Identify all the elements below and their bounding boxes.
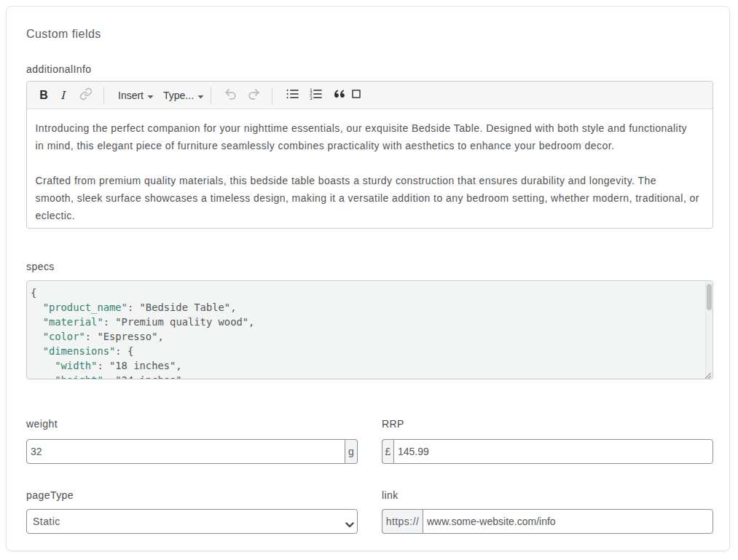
row-weight-rrp: weight g RRP £ xyxy=(26,417,713,464)
field-additional-info: additionalInfo B I Insert Type... xyxy=(26,62,710,229)
specs-scrollbar[interactable] xyxy=(705,282,712,379)
link-icon xyxy=(79,87,93,103)
rte-paragraph: Crafted from premium quality materials, … xyxy=(36,172,703,224)
link-button[interactable] xyxy=(78,86,94,105)
specs-scrollbar-thumb[interactable] xyxy=(707,284,712,310)
svg-text:3: 3 xyxy=(310,95,313,100)
resize-handle-icon[interactable] xyxy=(703,369,712,378)
additional-info-label: additionalInfo xyxy=(26,62,710,76)
blockquote-button[interactable] xyxy=(331,86,348,105)
specs-label: specs xyxy=(26,259,710,274)
undo-icon xyxy=(224,87,238,103)
link-input[interactable] xyxy=(423,509,713,534)
rte-content[interactable]: Introducing the perfect companion for yo… xyxy=(27,109,713,228)
rrp-label: RRP xyxy=(382,417,713,431)
weight-label: weight xyxy=(26,417,358,431)
specs-code: { "product_name": "Bedside Table", "mate… xyxy=(27,281,713,379)
horizontal-rule-button[interactable] xyxy=(348,86,364,105)
pagetype-label: pageType xyxy=(26,488,358,502)
insert-dropdown[interactable]: Insert xyxy=(118,90,154,101)
toolbar-divider xyxy=(103,87,104,104)
rte-toolbar: B I Insert Type... xyxy=(27,82,713,109)
specs-code-editor[interactable]: { "product_name": "Bedside Table", "mate… xyxy=(26,280,713,379)
redo-button[interactable] xyxy=(246,86,262,105)
type-dropdown[interactable]: Type... xyxy=(163,90,204,101)
caret-down-icon xyxy=(147,90,154,101)
rrp-currency-prefix: £ xyxy=(382,439,393,464)
link-protocol-prefix: https:// xyxy=(382,509,423,534)
row-pagetype-link: pageType Static link https:// xyxy=(26,488,713,534)
field-pagetype: pageType Static xyxy=(26,488,358,534)
numbered-list-icon: 123 xyxy=(310,88,322,102)
rte-paragraph: Introducing the perfect companion for yo… xyxy=(36,119,703,154)
page-type-select[interactable]: Static xyxy=(26,509,358,534)
card-title: Custom fields xyxy=(26,25,710,43)
bulleted-list-button[interactable] xyxy=(284,86,300,105)
bulleted-list-icon xyxy=(286,88,299,102)
toolbar-divider xyxy=(211,87,211,104)
redo-icon xyxy=(247,87,261,103)
insert-dropdown-label: Insert xyxy=(118,90,144,101)
field-rrp: RRP £ xyxy=(382,417,713,464)
chevron-down-icon xyxy=(345,518,354,531)
weight-unit-suffix: g xyxy=(345,439,358,464)
weight-input[interactable] xyxy=(26,439,345,464)
numbered-list-button[interactable]: 123 xyxy=(307,86,323,105)
caret-down-icon xyxy=(197,90,204,101)
field-weight: weight g xyxy=(26,417,358,464)
field-link: link https:// xyxy=(382,488,713,534)
bold-button[interactable]: B xyxy=(36,86,52,105)
undo-button[interactable] xyxy=(222,86,238,105)
custom-fields-card: Custom fields additionalInfo B I Insert … xyxy=(6,6,730,551)
blockquote-icon xyxy=(334,89,345,101)
link-label: link xyxy=(382,488,713,502)
toolbar-divider xyxy=(272,87,272,104)
italic-button[interactable]: I xyxy=(55,86,71,105)
horizontal-rule-icon xyxy=(352,90,361,100)
rich-text-editor: B I Insert Type... xyxy=(26,81,713,229)
rrp-input[interactable] xyxy=(393,439,713,464)
page-type-selected-value: Static xyxy=(33,516,60,527)
type-dropdown-label: Type... xyxy=(163,90,194,101)
field-specs: specs { "product_name": "Bedside Table",… xyxy=(26,259,710,379)
